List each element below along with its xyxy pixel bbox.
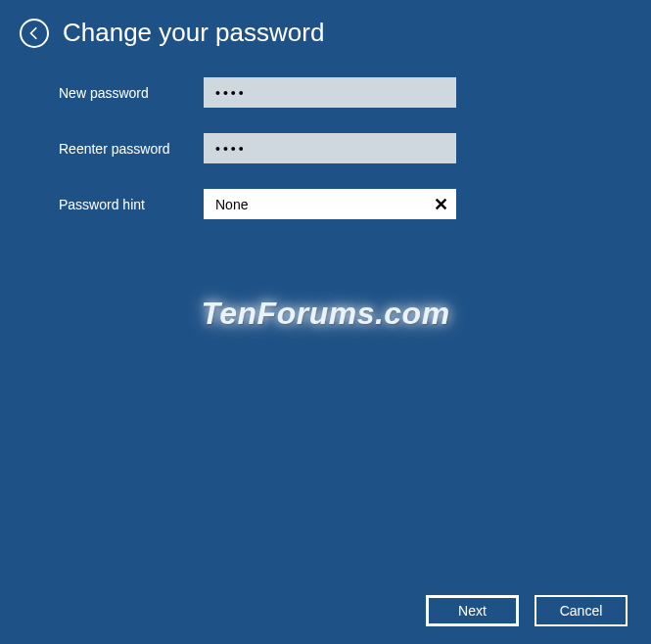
next-button[interactable]: Next [426,595,519,626]
password-hint-label: Password hint [59,197,204,212]
arrow-left-icon [27,26,41,40]
new-password-label: New password [59,85,204,101]
reenter-password-label: Reenter password [59,141,204,157]
back-icon[interactable] [20,19,49,48]
footer-buttons: Next Cancel [426,595,628,626]
new-password-row: New password [59,77,651,108]
password-hint-wrapper: ✕ [204,189,456,219]
watermark-text: TenForums.com [0,296,651,332]
password-form: New password Reenter password Password h… [0,58,651,219]
header: Change your password [0,0,651,58]
cancel-button[interactable]: Cancel [535,595,628,626]
reenter-password-row: Reenter password [59,133,651,163]
new-password-input[interactable] [204,77,456,108]
clear-icon[interactable]: ✕ [426,189,456,219]
page-title: Change your password [63,18,324,48]
reenter-password-input[interactable] [204,133,456,163]
password-hint-input[interactable] [204,189,426,219]
password-hint-row: Password hint ✕ [59,189,651,219]
